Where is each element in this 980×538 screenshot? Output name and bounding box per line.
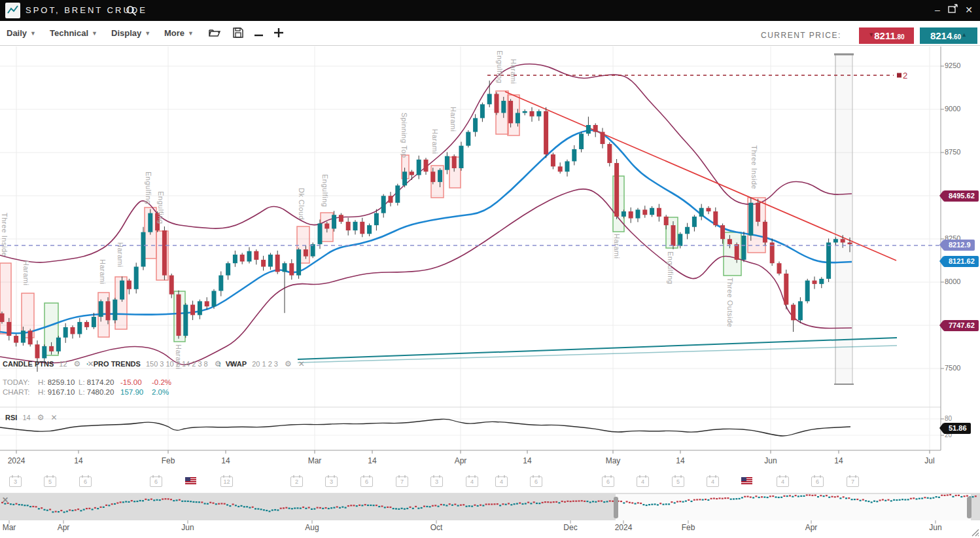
navigator-right-handle[interactable] (967, 497, 971, 518)
pattern-label: Harami (99, 259, 107, 284)
candle-body (177, 295, 181, 336)
menu-technical[interactable]: Technical▼ (50, 28, 97, 38)
candle-body (650, 208, 654, 215)
gear-icon[interactable]: ⚙ (37, 413, 44, 422)
navigator-dash (648, 504, 650, 505)
navigator-dash (389, 507, 391, 508)
navigator-dash (947, 494, 949, 495)
calendar-event-icon[interactable]: 4 (637, 476, 649, 487)
chart-stats-row: CHART: H: 9167.10 L: 7480.20 157.90 2.0% (3, 388, 199, 397)
calendar-event-icon[interactable]: 6 (811, 476, 824, 487)
calendar-event-icon[interactable]: 12 (220, 476, 233, 487)
minimize-button[interactable]: – (932, 5, 943, 15)
navigator-dash (274, 509, 276, 511)
calendar-event-icon[interactable]: 5 (672, 476, 684, 487)
navigator-dash (584, 501, 586, 502)
calendar-event-icon[interactable]: 6 (150, 476, 162, 487)
today-stats-row: TODAY: H: 8259.10 L: 8174.20 -15.00 -0.2… (3, 378, 199, 387)
calendar-event-icon[interactable]: 6 (360, 476, 373, 487)
navigator-dash (797, 495, 799, 497)
navigator-dash (103, 507, 105, 508)
zoom-in-icon[interactable] (273, 27, 285, 41)
navigator-dash (449, 503, 451, 505)
navigator-dash (92, 509, 94, 510)
navigator-dash (434, 505, 436, 506)
price-badge: 8212.9 (943, 240, 975, 251)
close-button[interactable]: ✕ (963, 5, 975, 15)
open-folder-icon[interactable] (208, 27, 221, 41)
navigator-dash (485, 503, 487, 505)
menu-more[interactable]: More▼ (164, 28, 194, 38)
navigator-dash (752, 497, 754, 498)
navigator-dash (381, 505, 383, 507)
calendar-event-icon[interactable]: 6 (79, 476, 92, 487)
navigator-dash (94, 507, 96, 509)
navigator-dash (550, 501, 552, 503)
candle-body (205, 301, 209, 306)
candle-body (438, 170, 442, 182)
navigator-left-handle[interactable] (614, 497, 618, 518)
navigator-dash (156, 499, 158, 501)
save-icon[interactable] (232, 27, 244, 41)
calendar-event-icon[interactable]: 6 (530, 476, 542, 487)
calendar-event-icon[interactable]: 4 (466, 476, 478, 487)
candle-body (516, 113, 520, 124)
candle-body (756, 203, 760, 222)
navigator-dash (679, 501, 681, 502)
zoom-out-icon[interactable] (254, 29, 264, 41)
calendar-event-icon[interactable]: 3 (430, 476, 443, 487)
candle-body (558, 166, 563, 171)
gear-icon[interactable]: ⚙ (285, 359, 292, 368)
calendar-event-icon[interactable]: 3 (325, 476, 338, 487)
x-axis-label: 14 (221, 456, 230, 465)
navigator-dash (170, 499, 172, 500)
menu-daily[interactable]: Daily▼ (7, 28, 36, 38)
navigator-dash (558, 502, 560, 503)
navigator-dash (311, 509, 313, 510)
calendar-event-icon[interactable]: 4 (707, 476, 719, 487)
candle-body (304, 249, 308, 257)
navigator-dash (904, 499, 906, 500)
navigator-close-icon[interactable]: ✕ (2, 495, 9, 505)
close-icon[interactable]: ✕ (298, 359, 305, 368)
candle-body (544, 111, 548, 154)
highlight-band (835, 54, 852, 384)
calendar-event-icon[interactable]: 6 (602, 476, 614, 487)
gear-icon[interactable]: ⚙ (74, 359, 81, 368)
calendar-event-icon[interactable]: 5 (44, 476, 56, 487)
navigator-dash (623, 502, 625, 503)
legend-rsi: RSI 14 ⚙ ✕ (5, 413, 58, 422)
calendar-event-icon[interactable]: 7 (847, 476, 859, 487)
calendar-event-icon[interactable]: 4 (777, 476, 789, 487)
us-flag-icon[interactable] (185, 477, 196, 485)
calendar-event-icon[interactable]: 4 (495, 476, 508, 487)
candle-body (42, 346, 46, 358)
candle-body (402, 171, 407, 185)
chart-canvas[interactable] (0, 0, 980, 538)
navigator-dash (663, 504, 665, 505)
navigator-dash (148, 499, 150, 501)
close-icon[interactable]: ✕ (51, 413, 58, 422)
candle-body (777, 263, 782, 274)
navigator-selected-range[interactable] (616, 494, 971, 520)
navigator-dash (640, 503, 642, 504)
popout-button[interactable] (947, 4, 959, 16)
us-flag-icon[interactable] (741, 477, 752, 485)
candle-body (367, 225, 372, 234)
navigator-dash (843, 496, 845, 497)
x-axis-label: 14 (676, 456, 684, 465)
navigator-dash (114, 503, 116, 505)
navigator-dash (308, 507, 310, 508)
high-annotation-marker (897, 73, 901, 78)
calendar-event-icon[interactable]: 2 (290, 476, 303, 487)
candle-body (636, 209, 640, 218)
calendar-event-icon[interactable]: 7 (396, 476, 408, 487)
navigator-dash (86, 508, 88, 509)
menu-display[interactable]: Display▼ (111, 28, 150, 38)
navigator-dash (901, 499, 903, 500)
search-icon[interactable] (126, 5, 137, 19)
navigator-dash (519, 502, 521, 503)
arrow-up-icon: ▲ (961, 31, 967, 38)
resize-grip-icon[interactable] (971, 528, 979, 538)
calendar-event-icon[interactable]: 3 (9, 476, 22, 487)
